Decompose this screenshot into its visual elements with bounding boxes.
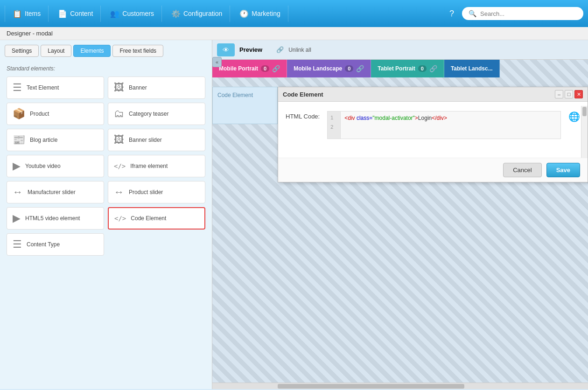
unlink-button[interactable]: Unlink all: [288, 47, 311, 53]
mobile-landscape-link-icon: 🔗: [356, 65, 364, 72]
element-manufacturer-slider-label: Manufacturer slider: [28, 189, 76, 195]
product-slider-icon: ↔: [114, 186, 124, 198]
blog-icon: 📰: [13, 134, 25, 146]
code-modal-header: Code Element – □ ✕: [278, 87, 588, 102]
unlink-icon: 🔗: [276, 46, 284, 53]
iframe-icon: </>: [114, 162, 126, 170]
save-button[interactable]: Save: [546, 163, 580, 177]
element-product-slider-label: Product slider: [129, 189, 163, 195]
tablet-portrait-label: Tablet Portrait: [378, 65, 415, 72]
code-editor[interactable]: 1 2 <div class="modal-activator">Login</…: [327, 111, 561, 139]
sub-bar: Designer - modal: [0, 27, 588, 40]
category-teaser-icon: 🗂: [114, 108, 124, 120]
line-numbers: 1 2: [328, 111, 341, 139]
element-blog-label: Blog article: [30, 137, 57, 143]
section-title: Standard elements:: [7, 65, 205, 72]
nav-configuration[interactable]: ⚙️ Configuration: [164, 6, 230, 22]
modal-close-button[interactable]: ✕: [574, 90, 583, 98]
cancel-button[interactable]: Cancel: [503, 163, 541, 177]
code-modal-title: Code Element: [283, 91, 323, 98]
code-tag-close1: >: [415, 115, 418, 121]
line-2: 2: [330, 123, 337, 132]
element-youtube-label: Youtube video: [25, 163, 61, 169]
tab-free-text[interactable]: Free text fields: [112, 45, 163, 57]
element-category-teaser-label: Category teaser: [129, 111, 168, 117]
element-code-label: Code Element: [131, 215, 166, 222]
nav-content-label: Content: [70, 10, 93, 17]
top-navigation: 📋 Items 📄 Content 👥 Customers ⚙️ Configu…: [0, 0, 588, 27]
marketing-icon: 🕐: [239, 9, 249, 18]
tab-settings[interactable]: Settings: [5, 45, 39, 57]
vertical-scrollbar[interactable]: [581, 106, 588, 158]
element-category-teaser[interactable]: 🗂 Category teaser: [108, 103, 205, 125]
code-element-icon: </>: [114, 215, 126, 222]
collapse-panel-button[interactable]: «: [212, 57, 222, 67]
code-line-2: [344, 124, 447, 134]
element-product[interactable]: 📦 Product: [7, 103, 104, 125]
nav-marketing[interactable]: 🕐 Marketing: [232, 6, 288, 22]
code-element-preview-block: Code Element: [212, 87, 278, 124]
element-iframe[interactable]: </> Iframe element: [108, 155, 205, 177]
tablet-portrait-link-icon: 🔗: [429, 65, 437, 72]
horizontal-scroll-thumb: [278, 384, 464, 389]
mobile-portrait-link-icon: 🔗: [272, 65, 280, 72]
code-modal-body: HTML Code: 1 2 <div class="modal-activat…: [278, 102, 588, 158]
device-tab-mobile-portrait[interactable]: Mobile Portrait 0 🔗: [212, 60, 287, 77]
main-area: Settings Layout Elements Free text field…: [0, 40, 588, 389]
right-panel: 👁 Preview 🔗 Unlink all Mobile Portrait 0…: [212, 40, 588, 389]
search-bar[interactable]: 🔍: [462, 7, 583, 20]
nav-marketing-label: Marketing: [252, 10, 280, 17]
preview-eye-button[interactable]: 👁: [217, 43, 235, 56]
tablet-landscape-label: Tablet Landsc...: [451, 65, 493, 72]
code-closing-tag: </div>: [432, 115, 447, 121]
device-tab-tablet-portrait[interactable]: Tablet Portrait 0 🔗: [371, 60, 444, 77]
preview-label: Preview: [239, 46, 262, 53]
config-icon: ⚙️: [171, 9, 181, 18]
nav-customers-label: Customers: [122, 10, 154, 17]
element-code[interactable]: </> Code Element: [108, 207, 205, 230]
mobile-landscape-badge: 0: [345, 65, 353, 72]
element-content-type-label: Content Type: [27, 241, 60, 248]
element-product-slider[interactable]: ↔ Product slider: [108, 181, 205, 203]
banner-icon: 🖼: [114, 82, 124, 94]
device-tabs: Mobile Portrait 0 🔗 Mobile Landscape 0 🔗…: [212, 60, 588, 77]
nav-config-label: Configuration: [183, 10, 222, 17]
elements-section: Standard elements: ☰ Text Element 🖼 Bann…: [0, 61, 212, 260]
modal-maximize-button[interactable]: □: [565, 90, 573, 98]
element-content-type[interactable]: ☰ Content Type: [7, 233, 104, 256]
globe-icon[interactable]: 🌐: [568, 111, 580, 122]
unlink-label: Unlink all: [288, 47, 311, 53]
tab-elements[interactable]: Elements: [73, 45, 111, 57]
code-attr: class=: [357, 115, 372, 121]
items-icon: 📋: [13, 9, 22, 18]
modal-minimize-button[interactable]: –: [555, 90, 563, 98]
device-tab-tablet-landscape[interactable]: Tablet Landsc...: [444, 60, 500, 77]
tablet-portrait-badge: 0: [418, 65, 427, 72]
nav-content[interactable]: 📄 Content: [50, 6, 101, 22]
element-banner-slider[interactable]: 🖼 Banner slider: [108, 129, 205, 151]
mobile-portrait-label: Mobile Portrait: [219, 65, 258, 72]
element-manufacturer-slider[interactable]: ↔ Manufacturer slider: [7, 181, 104, 203]
element-youtube[interactable]: ▶ Youtube video: [7, 155, 104, 177]
device-tab-mobile-landscape[interactable]: Mobile Landscape 0 🔗: [287, 60, 371, 77]
code-modal-footer: Cancel Save: [278, 158, 588, 182]
element-html5-video[interactable]: ▶ HTML5 video element: [7, 207, 104, 230]
element-text-label: Text Element: [27, 84, 59, 91]
modal-controls: – □ ✕: [555, 90, 583, 98]
tab-layout[interactable]: Layout: [41, 45, 71, 57]
horizontal-scrollbar[interactable]: [212, 383, 588, 389]
element-text[interactable]: ☰ Text Element: [7, 77, 104, 99]
product-icon: 📦: [13, 108, 25, 120]
code-line-1: <div class="modal-activator">Login</div>: [344, 113, 447, 124]
search-icon: 🔍: [469, 10, 476, 17]
nav-items[interactable]: 📋 Items: [5, 6, 49, 22]
element-banner[interactable]: 🖼 Banner: [108, 77, 205, 99]
line-1: 1: [330, 113, 337, 123]
search-input[interactable]: [480, 10, 577, 17]
help-button[interactable]: ?: [443, 5, 460, 22]
customers-icon: 👥: [110, 9, 119, 18]
nav-customers[interactable]: 👥 Customers: [103, 6, 162, 22]
element-banner-slider-label: Banner slider: [129, 137, 162, 143]
element-blog[interactable]: 📰 Blog article: [7, 129, 104, 151]
manufacturer-slider-icon: ↔: [13, 186, 23, 198]
